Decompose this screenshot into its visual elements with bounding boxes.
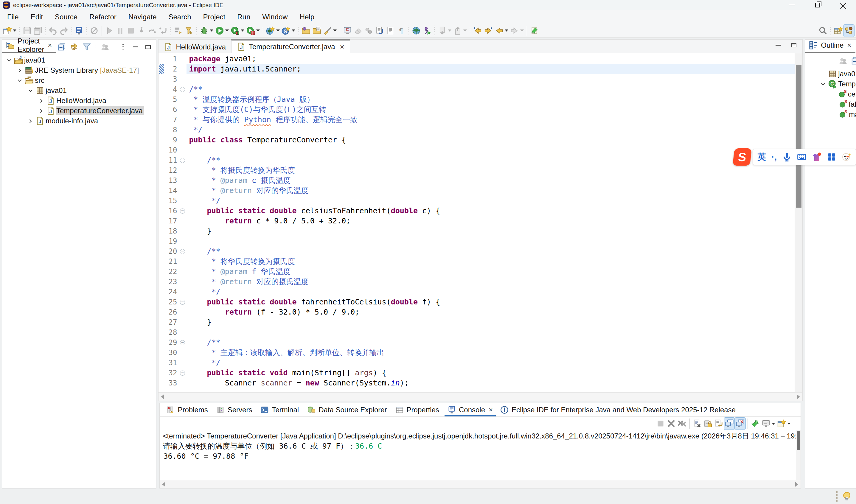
project-item-java01[interactable]: java01	[2, 86, 156, 96]
fold-collapse-icon[interactable]: −	[178, 155, 186, 165]
outline-item-celsiustofahrenheit-double-[interactable]: ScelsiusToFahrenheit(double)	[805, 89, 856, 99]
run-button[interactable]	[214, 25, 230, 37]
close-tab-icon[interactable]: ×	[340, 42, 344, 52]
code-line-2[interactable]: 2import java.util.Scanner;	[159, 64, 795, 74]
back-dropdown-icon[interactable]	[505, 30, 508, 32]
remove-all-terminated-button[interactable]	[677, 418, 688, 430]
mark-occurrences-button[interactable]	[89, 25, 100, 37]
tab-project-explorer[interactable]: Project Explorer ×	[2, 40, 56, 53]
scroll-lock-button[interactable]	[702, 418, 713, 430]
chevron-expanded-icon[interactable]	[15, 80, 24, 81]
code-line-24[interactable]: 24 */	[159, 287, 795, 297]
menu-source[interactable]: Source	[49, 10, 84, 24]
view-tab-problems[interactable]: Problems	[162, 403, 212, 416]
code-line-3[interactable]: 3	[159, 74, 795, 84]
project-item-helloworld-java[interactable]: JHelloWorld.java	[2, 96, 156, 106]
terminate-button[interactable]	[125, 25, 136, 37]
users-button[interactable]	[837, 56, 849, 66]
outline-item-java01[interactable]: java01	[805, 69, 856, 79]
sogou-logo-icon[interactable]: S	[733, 148, 752, 166]
code-line-32[interactable]: 32− public static void main(String[] arg…	[159, 368, 795, 378]
close-view-icon[interactable]: ×	[847, 41, 851, 50]
view-tab-console[interactable]: Console×	[443, 403, 497, 416]
fold-collapse-icon[interactable]: −	[178, 368, 186, 378]
code-line-33[interactable]: 33 Scanner scanner = new Scanner(System.…	[159, 378, 795, 388]
project-item-jre-system-library-[interactable]: JRE System Library [JavaSE-17]	[2, 65, 156, 75]
microphone-icon[interactable]	[782, 152, 792, 162]
code-line-17[interactable]: 17 return c * 9.0 / 5.0 + 32.0;	[159, 216, 795, 226]
collapse-all-button[interactable]	[850, 56, 856, 66]
coverage-button[interactable]	[230, 25, 245, 37]
code-line-21[interactable]: 21 * 将华氏度转换为摄氏度	[159, 256, 795, 267]
code-line-30[interactable]: 30 * 主逻辑：读取输入、解析、判断单位、转换并输出	[159, 348, 795, 358]
step-return-button[interactable]	[158, 25, 168, 37]
chevron-expanded-icon[interactable]	[818, 84, 827, 85]
view-tab-servers[interactable]: Servers	[212, 403, 256, 416]
chevron-collapsed-icon[interactable]	[26, 120, 35, 122]
open-element-button[interactable]	[74, 25, 84, 37]
open-browser-button[interactable]	[411, 25, 422, 37]
annotate-dropdown-icon[interactable]	[333, 30, 337, 32]
view-tab-properties[interactable]: Properties	[391, 403, 443, 416]
profile-dropdown-icon[interactable]	[256, 30, 260, 32]
redo-button[interactable]	[58, 25, 69, 37]
skin-icon[interactable]	[812, 152, 821, 162]
fold-collapse-icon[interactable]: −	[178, 84, 186, 94]
console-scroll-left-icon[interactable]	[162, 482, 165, 487]
status-handle-icon[interactable]	[836, 491, 838, 502]
tab-outline[interactable]: Outline ×	[805, 40, 855, 53]
menu-run[interactable]: Run	[231, 10, 256, 24]
save-button[interactable]	[22, 25, 33, 37]
chevron-collapsed-icon[interactable]	[37, 110, 46, 112]
compare-doc-button[interactable]	[374, 25, 385, 37]
filter-button[interactable]	[81, 42, 92, 52]
code-line-16[interactable]: 16− public static double celsiusToFahren…	[159, 206, 795, 216]
fold-collapse-icon[interactable]: −	[178, 206, 186, 216]
code-line-5[interactable]: 5 * 温度转换器示例程序（Java 版）	[159, 94, 795, 105]
forward-button[interactable]	[509, 25, 525, 37]
editor-vertical-scrollbar[interactable]	[795, 53, 802, 392]
open-console-dropdown-icon[interactable]	[787, 423, 791, 425]
last-edit-location-button[interactable]	[472, 25, 483, 37]
doc-outline-button[interactable]	[385, 25, 396, 37]
project-item-java01[interactable]: Jjava01	[2, 55, 156, 65]
display-selected-console-dropdown-icon[interactable]	[772, 423, 775, 425]
code-line-15[interactable]: 15 */	[159, 196, 795, 206]
minimize-view-button[interactable]	[772, 40, 784, 50]
scroll-left-icon[interactable]	[161, 394, 164, 399]
back-button[interactable]	[494, 25, 509, 37]
editor-tab-helloworld-java[interactable]: JHelloWorld.java	[159, 41, 231, 53]
code-editor[interactable]: 1package java01;2import java.util.Scanne…	[158, 53, 803, 401]
fold-collapse-icon[interactable]: −	[178, 246, 186, 256]
console-horizontal-scrollbar[interactable]	[160, 480, 801, 488]
web-service-wizard-dropdown-icon[interactable]	[292, 30, 295, 32]
emoji-icon[interactable]	[842, 152, 851, 162]
apps-grid-icon[interactable]	[827, 152, 836, 162]
notification-bulb-icon[interactable]	[842, 491, 852, 501]
code-line-14[interactable]: 14 * @return 对应的华氏温度	[159, 185, 795, 196]
clean-markers-button[interactable]	[353, 25, 363, 37]
outline-item-main-string-[interactable]: Smain(String[]) : void	[805, 109, 856, 120]
console-vertical-scrollbar[interactable]	[796, 430, 801, 480]
chevron-expanded-icon[interactable]	[26, 90, 35, 91]
console-vscroll-thumb[interactable]	[797, 431, 800, 450]
update-up-button[interactable]	[452, 25, 468, 37]
step-over-button[interactable]	[147, 25, 158, 37]
profile-button[interactable]	[245, 25, 261, 37]
search-type-button[interactable]: C	[342, 25, 353, 37]
editor-horizontal-scrollbar[interactable]	[159, 392, 802, 401]
pin-console-button[interactable]	[750, 418, 761, 430]
menu-file[interactable]: File	[1, 10, 25, 24]
close-button[interactable]	[831, 0, 856, 10]
menu-project[interactable]: Project	[197, 10, 232, 24]
use-step-filters-button[interactable]	[173, 25, 183, 37]
menu-help[interactable]: Help	[294, 10, 320, 24]
web-service-wizard-button[interactable]: S	[281, 25, 296, 37]
code-line-26[interactable]: 26 return (f - 32.0) * 5.0 / 9.0;	[159, 307, 795, 317]
display-selected-console-button[interactable]	[761, 418, 776, 430]
code-line-13[interactable]: 13 * @param c 摄氏温度	[159, 176, 795, 185]
pin-editor-button[interactable]	[529, 25, 540, 37]
commit-down-dropdown-icon[interactable]	[448, 30, 451, 32]
editor-tab-temperatureconverter-java[interactable]: JTemperatureConverter.java×	[231, 39, 350, 53]
step-into-button[interactable]	[136, 25, 147, 37]
